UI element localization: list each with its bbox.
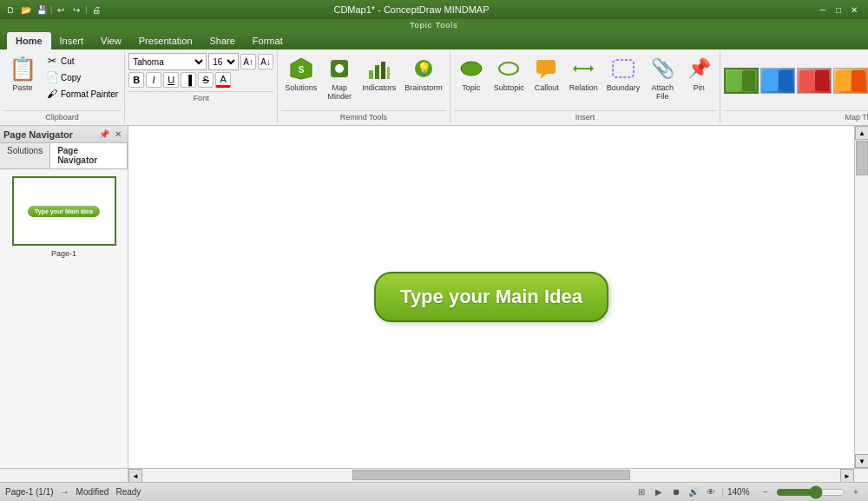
- panel-close-btn[interactable]: ✕: [112, 129, 124, 141]
- font-color-btn[interactable]: A: [215, 72, 231, 88]
- status-ready: Ready: [115, 487, 141, 497]
- pin-btn[interactable]: 📌 Pin: [681, 53, 716, 107]
- font-size-select[interactable]: 16: [208, 53, 239, 70]
- qa-new-btn[interactable]: 🗋: [3, 3, 17, 16]
- svg-rect-4: [369, 70, 373, 79]
- copy-btn[interactable]: 📄 Copy: [43, 69, 121, 85]
- qa-print-btn[interactable]: 🖨: [89, 3, 103, 16]
- view-play-btn[interactable]: ▶: [652, 485, 666, 499]
- tab-home[interactable]: Home: [7, 32, 51, 49]
- panel-tab-page-navigator[interactable]: Page Navigator: [50, 143, 128, 168]
- bold-btn[interactable]: B: [128, 72, 144, 88]
- panel-content: Type your Main Idea Page-1: [0, 169, 128, 468]
- italic-btn[interactable]: I: [146, 72, 161, 88]
- svg-rect-5: [375, 65, 379, 79]
- main-area: Page Navigator 📌 ✕ Solutions Page Naviga…: [0, 126, 868, 468]
- font-family-select[interactable]: Tahoma: [128, 53, 207, 70]
- tab-format[interactable]: Format: [244, 32, 292, 49]
- subtopic-btn[interactable]: Subtopic: [490, 53, 528, 107]
- attach-file-btn[interactable]: 📎 AttachFile: [645, 53, 680, 107]
- canvas-area[interactable]: Type your Main Idea: [128, 126, 854, 468]
- context-tab-label: Topic Tools: [0, 19, 868, 30]
- zoom-out-btn[interactable]: −: [759, 485, 773, 499]
- svg-rect-6: [381, 62, 385, 79]
- tab-presentation[interactable]: Presentation: [130, 32, 201, 49]
- svg-text:S: S: [298, 65, 304, 75]
- insert-group: Topic Subtopic Callout: [450, 51, 721, 123]
- boundary-btn[interactable]: Boundary: [603, 53, 644, 107]
- theme-swatch-1[interactable]: [724, 68, 759, 94]
- increase-font-btn[interactable]: A↑: [240, 54, 256, 69]
- main-idea-node[interactable]: Type your Main Idea: [374, 272, 608, 322]
- theme-swatch-2[interactable]: [760, 68, 795, 94]
- tab-insert[interactable]: Insert: [51, 32, 93, 49]
- paste-btn[interactable]: 📋 Paste: [3, 53, 42, 107]
- vscroll-track[interactable]: [855, 140, 868, 454]
- indicators-btn[interactable]: Indicators: [358, 53, 399, 107]
- maximize-btn[interactable]: □: [832, 3, 845, 16]
- status-arrow: →: [61, 487, 69, 497]
- brainstorm-btn[interactable]: 💡 Brainstorm: [401, 53, 446, 107]
- hscroll-track[interactable]: [142, 469, 840, 481]
- decrease-font-btn[interactable]: A↓: [258, 54, 273, 69]
- svg-marker-13: [540, 74, 547, 79]
- qa-open-btn[interactable]: 📂: [19, 3, 33, 16]
- status-right: ⊞ ▶ ⏺ 🔊 👁 | 140% − +: [635, 485, 863, 499]
- clipboard-small-btns: ✂ Cut 📄 Copy 🖌 Format Painter: [43, 53, 121, 102]
- vscroll-up-btn[interactable]: ▲: [855, 126, 868, 140]
- view-record-btn[interactable]: ⏺: [669, 485, 683, 499]
- map-theme-group: ▲ ▼ ▼▼ Background Map Theme: [720, 51, 868, 123]
- hscroll-row: ◄ ►: [0, 468, 868, 482]
- relation-btn[interactable]: Relation: [566, 53, 602, 107]
- tab-view[interactable]: View: [92, 32, 130, 49]
- theme-swatch-4[interactable]: [833, 68, 868, 94]
- zoom-level: 140%: [727, 487, 755, 497]
- qa-redo-btn[interactable]: ↪: [69, 3, 83, 16]
- close-btn[interactable]: ✕: [847, 3, 861, 16]
- svg-point-3: [335, 64, 344, 73]
- strikethrough-btn[interactable]: S: [198, 72, 214, 88]
- map-minder-btn[interactable]: MapMinder: [322, 53, 357, 107]
- theme-swatch-3[interactable]: [797, 68, 832, 94]
- panel-tabs: Solutions Page Navigator: [0, 143, 128, 169]
- qa-save-btn[interactable]: 💾: [35, 3, 49, 16]
- svg-rect-7: [387, 67, 390, 79]
- hscroll-right-btn[interactable]: ►: [840, 469, 854, 483]
- ribbon-container: Topic Tools Home Insert View Presentatio…: [0, 19, 868, 126]
- qa-undo-btn[interactable]: ↩: [54, 3, 68, 16]
- hscroll-left-btn[interactable]: ◄: [128, 469, 142, 483]
- view-fit-btn[interactable]: ⊞: [635, 485, 648, 499]
- vscroll-down-btn[interactable]: ▼: [855, 454, 868, 468]
- page-label: Page-1: [3, 249, 124, 258]
- tab-share[interactable]: Share: [201, 32, 244, 49]
- svg-rect-12: [536, 60, 556, 74]
- vscroll-thumb[interactable]: [856, 141, 868, 175]
- minimize-btn[interactable]: ─: [816, 3, 830, 16]
- view-eye-btn[interactable]: 👁: [704, 485, 718, 499]
- topic-btn[interactable]: Topic: [454, 53, 489, 107]
- highlight-btn[interactable]: ▐: [181, 72, 196, 88]
- svg-marker-15: [590, 65, 594, 72]
- clipboard-group: 📋 Paste ✂ Cut 📄 Copy 🖌: [0, 51, 125, 123]
- ribbon: 📋 Paste ✂ Cut 📄 Copy 🖌: [0, 49, 868, 126]
- panel-tab-solutions[interactable]: Solutions: [0, 143, 50, 168]
- underline-btn[interactable]: U: [163, 72, 179, 88]
- vertical-scrollbar[interactable]: ▲ ▼: [854, 126, 868, 468]
- view-sound-btn[interactable]: 🔊: [687, 485, 700, 499]
- app-title: CDMap1* - ConceptDraw MINDMAP: [7, 4, 816, 15]
- main-idea-box[interactable]: Type your Main Idea: [374, 272, 608, 322]
- panel-header: Page Navigator 📌 ✕: [0, 126, 128, 143]
- callout-btn[interactable]: Callout: [529, 53, 564, 107]
- format-painter-btn[interactable]: 🖌 Format Painter: [43, 86, 121, 102]
- svg-text:💡: 💡: [416, 62, 431, 76]
- page-thumbnail[interactable]: Type your Main Idea: [12, 176, 116, 246]
- panel-pin-btn[interactable]: 📌: [98, 129, 110, 141]
- quick-access-toolbar: 🗋 📂 💾 | ↩ ↪ | 🖨: [3, 3, 103, 16]
- zoom-in-btn[interactable]: +: [849, 485, 863, 499]
- cut-btn[interactable]: ✂ Cut: [43, 53, 121, 69]
- zoom-slider[interactable]: [776, 489, 845, 496]
- svg-marker-16: [573, 65, 576, 72]
- hscroll-thumb[interactable]: [352, 470, 630, 480]
- status-left: Page-1 (1/1) → Modified Ready: [5, 487, 141, 497]
- solutions-btn[interactable]: S Solutions: [281, 53, 320, 107]
